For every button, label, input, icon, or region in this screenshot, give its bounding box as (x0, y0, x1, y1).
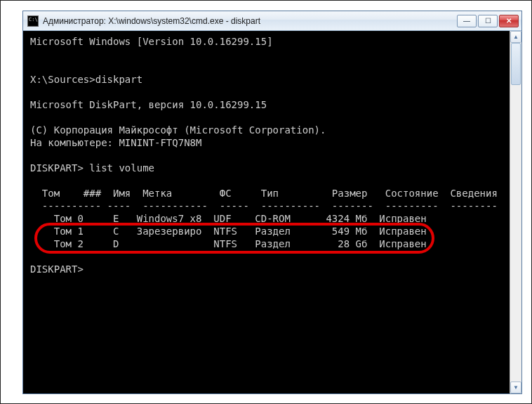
cmd-icon (27, 15, 39, 27)
minimize-button[interactable]: — (457, 15, 477, 27)
volume-table-header: Том ### Имя Метка ФС Тип Размер Состояни… (30, 188, 498, 199)
line-copyright: (C) Корпорация Майкрософт (Microsoft Cor… (30, 124, 326, 136)
command-prompt-window: Администратор: X:\windows\system32\cmd.e… (22, 11, 522, 394)
line-windows-version: Microsoft Windows [Version 10.0.16299.15… (30, 36, 273, 47)
line-prompt-diskpart: X:\Sources>diskpart (30, 74, 142, 85)
volume-row-0: Том 0 E Windows7_x8 UDF CD-ROM 4324 Мб И… (30, 213, 427, 224)
volume-row-1: Том 1 C Зарезервиро NTFS Раздел 549 Мб И… (30, 226, 427, 237)
scroll-track[interactable] (510, 43, 521, 382)
window-buttons: — ☐ ✕ (457, 15, 519, 27)
line-diskpart-prompt: DISKPART> (30, 263, 84, 275)
line-list-volume-cmd: DISKPART> list volume (30, 162, 154, 174)
line-diskpart-version: Microsoft DiskPart, версия 10.0.16299.15 (30, 99, 267, 110)
scroll-thumb[interactable] (511, 43, 521, 85)
volume-row-2: Том 2 D NTFS Раздел 28 Gб Исправен (30, 238, 427, 249)
volume-table-divider: ---------- ---- ----------- ----- ------… (30, 200, 498, 211)
maximize-button[interactable]: ☐ (478, 15, 498, 27)
titlebar[interactable]: Администратор: X:\windows\system32\cmd.e… (23, 11, 521, 31)
terminal-output[interactable]: Microsoft Windows [Version 10.0.16299.15… (23, 31, 521, 393)
line-computer-name: На компьютере: MININT-FTQ7N8M (30, 137, 201, 148)
close-button[interactable]: ✕ (499, 15, 519, 27)
scroll-down-button[interactable]: ▼ (510, 382, 521, 393)
vertical-scrollbar[interactable]: ▲ ▼ (510, 31, 521, 393)
scroll-up-button[interactable]: ▲ (510, 31, 521, 43)
window-title: Администратор: X:\windows\system32\cmd.e… (43, 16, 457, 26)
